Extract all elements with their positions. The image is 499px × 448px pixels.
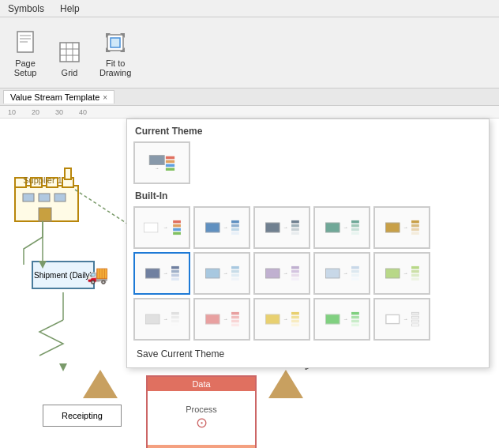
tab-bar: Value Stream Template × (0, 88, 499, 106)
theme-bars-11 (171, 312, 179, 326)
theme-item-13[interactable]: → (253, 298, 310, 341)
theme-inner-1: → (144, 220, 181, 235)
current-theme-grid: → (133, 141, 482, 184)
theme-item-7[interactable]: → (193, 252, 250, 295)
theme-inner-4: → (325, 220, 359, 235)
fit-to-drawing-label: Fit toDrawing (99, 58, 131, 77)
theme-bars-6 (171, 266, 179, 280)
svg-marker-18 (59, 363, 67, 371)
theme-item-10[interactable]: → (373, 252, 430, 295)
theme-inner-13: → (265, 312, 299, 326)
ruler-mark-10: 10 (8, 108, 16, 116)
current-theme-bars (166, 156, 174, 170)
page-setup-icon (11, 28, 39, 57)
tab-label: Value Stream Template (10, 92, 99, 102)
grid-label: Grid (62, 68, 78, 77)
theme-inner-9: → (325, 266, 359, 280)
theme-bars-13 (291, 312, 299, 326)
theme-inner-11: → (145, 312, 179, 326)
menubar-help[interactable]: Help (57, 3, 83, 14)
grid-button[interactable]: Grid (51, 35, 88, 81)
svg-rect-1 (20, 35, 31, 36)
theme-item-2[interactable]: → (193, 206, 250, 249)
receipting-box[interactable]: Receipting (43, 405, 122, 427)
save-theme-button[interactable]: Save Current Theme (133, 347, 227, 361)
current-theme-item[interactable]: → (133, 141, 190, 184)
theme-inner-15: → (385, 312, 419, 326)
theme-item-5[interactable]: → (373, 206, 430, 249)
menubar-symbols[interactable]: Symbols (5, 3, 47, 14)
theme-item-12[interactable]: → (193, 298, 250, 341)
svg-rect-29 (39, 208, 51, 221)
current-theme-title: Current Theme (133, 126, 482, 137)
ruler-mark-40: 40 (79, 108, 87, 116)
ruler: 10 20 30 40 (0, 106, 499, 119)
data-process-box[interactable]: Data Process ⊙ (146, 375, 257, 448)
builtin-theme-grid: → (133, 206, 482, 341)
theme-bars-8 (291, 266, 299, 280)
menubar: Symbols Help (0, 0, 499, 17)
theme-inner-12: → (205, 312, 239, 326)
theme-inner-5: → (385, 220, 419, 235)
supplier-factory-icon (11, 162, 86, 225)
page-setup-button[interactable]: PageSetup (6, 25, 44, 81)
theme-bars-10 (411, 266, 419, 280)
theme-bars-4 (351, 220, 359, 235)
theme-bars-7 (231, 266, 239, 280)
shipment-label-1: Shipment (Daily) (34, 271, 92, 280)
operator-icon: ⊙ (196, 414, 208, 431)
svg-rect-28 (54, 194, 66, 201)
theme-bars-3 (291, 220, 299, 235)
theme-bars-14 (351, 312, 359, 326)
shipment-box-1[interactable]: Shipment (Daily) (32, 261, 95, 289)
main-area: Value Stream Template × 10 20 30 40 (0, 88, 499, 448)
fit-to-drawing-button[interactable]: Fit toDrawing (95, 25, 136, 81)
grid-icon (55, 38, 84, 66)
theme-popup: Current Theme → (126, 119, 490, 368)
theme-inner-7: → (205, 266, 239, 280)
theme-inner-3: → (265, 220, 299, 235)
ruler-mark-20: 20 (32, 108, 39, 116)
svg-rect-2 (20, 38, 31, 40)
supplier-label: Supplier 1 (11, 175, 74, 185)
builtin-theme-title: Built-In (133, 190, 482, 201)
data-process-title: Data (148, 377, 255, 391)
page-setup-label: PageSetup (14, 58, 37, 77)
svg-rect-4 (60, 43, 79, 62)
theme-bars-9 (351, 266, 359, 280)
theme-inner-2: → (205, 220, 239, 235)
svg-rect-27 (39, 194, 50, 201)
theme-item-9[interactable]: → (313, 252, 370, 295)
value-stream-tab[interactable]: Value Stream Template × (3, 90, 114, 104)
tab-close-button[interactable]: × (103, 93, 107, 102)
svg-rect-10 (111, 38, 120, 47)
receipting-label: Receipting (62, 411, 103, 420)
data-process-body: Process (186, 405, 217, 414)
theme-item-4[interactable]: → (313, 206, 370, 249)
theme-item-3[interactable]: → (253, 206, 310, 249)
svg-rect-26 (23, 194, 34, 201)
theme-item-14[interactable]: → (313, 298, 370, 341)
theme-inner-10: → (385, 266, 419, 280)
current-theme-inner: → (149, 155, 174, 171)
fit-to-drawing-icon (101, 28, 129, 57)
theme-item-11[interactable]: → (133, 298, 190, 341)
theme-item-6[interactable]: → (133, 252, 190, 295)
theme-inner-8: → (265, 266, 299, 280)
theme-item-8[interactable]: → (253, 252, 310, 295)
theme-inner-6: → (145, 266, 179, 280)
theme-bars-15 (411, 312, 419, 326)
svg-rect-3 (20, 41, 28, 43)
toolbar-group-view: PageSetup Grid (6, 25, 136, 81)
theme-item-1[interactable]: → (133, 206, 190, 249)
canvas-area: Value Stream Template × 10 20 30 40 (0, 88, 499, 448)
theme-inner-14: → (325, 312, 359, 326)
theme-bars-12 (231, 312, 239, 326)
theme-item-15[interactable]: → (373, 298, 430, 341)
theme-bars-1 (173, 220, 181, 235)
diagram: Supplier 1 Shipment (Daily) 🚚 Shipment (… (0, 119, 499, 448)
truck-icon-1: 🚚 (87, 265, 108, 285)
inventory-triangle-right (268, 370, 303, 398)
inventory-triangle-left (83, 370, 118, 398)
theme-bars-5 (411, 220, 419, 235)
